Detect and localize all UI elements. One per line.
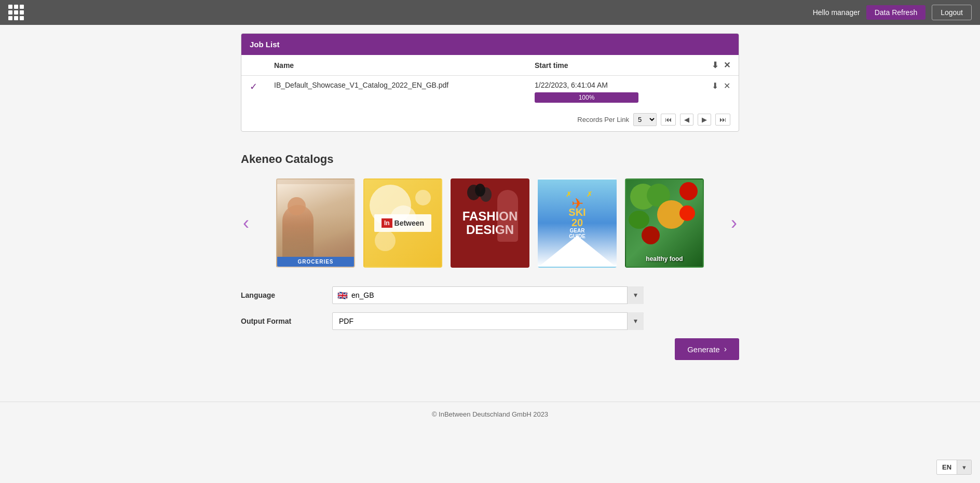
catalog-cards: GROCERIES In Between: [257, 178, 723, 268]
start-time-value: 1/22/2023, 6:41:04 AM: [535, 81, 682, 89]
catalog-card-healthy[interactable]: healthy food: [625, 178, 704, 268]
groceries-label: GROCERIES: [277, 257, 354, 267]
col-header-check: [241, 55, 266, 76]
job-table: Name Start time ⬇ ✕ ✓ IB_Default_Showc: [241, 55, 739, 108]
navbar-right: Hello manager Data Refresh Logout: [813, 5, 972, 20]
grid-icon[interactable]: [8, 5, 24, 20]
carousel-prev-button[interactable]: ‹: [241, 212, 251, 234]
row-filename: IB_Default_Showcase_V1_Catalog_2022_EN_G…: [266, 76, 526, 108]
records-per-page-select[interactable]: 5 10 20: [633, 113, 657, 126]
catalogs-title: Akeneo Catalogs: [241, 153, 739, 166]
catalog-carousel: ‹ GROCERIES: [241, 178, 739, 268]
output-format-row: Output Format PDF XLSX CSV ▼: [241, 312, 739, 330]
catalog-card-groceries[interactable]: GROCERIES: [276, 178, 355, 268]
pagination-first-button[interactable]: ⏮: [661, 114, 676, 126]
row-actions: ⬇ ✕: [690, 76, 739, 108]
catalog-card-fashion[interactable]: FASHIONDESIGN: [451, 178, 529, 268]
language-row: Language 🇬🇧 en_GB de_DE fr_FR es_ES ▼: [241, 286, 739, 304]
lang-selector-arrow[interactable]: ▼: [957, 460, 971, 474]
pagination-last-button[interactable]: ⏭: [715, 114, 730, 126]
catalog-card-inbetween[interactable]: In Between: [363, 178, 442, 268]
col-header-name: Name: [266, 55, 526, 76]
main-content: Job List Name Start time ⬇ ✕: [0, 25, 980, 402]
carousel-next-button[interactable]: ›: [729, 212, 739, 234]
healthy-label: healthy food: [646, 255, 683, 263]
footer-text: © InBetween Deutschland GmbH 2023: [432, 410, 548, 418]
row-start-time: 1/22/2023, 6:41:04 AM 100%: [526, 76, 690, 108]
row-delete-icon[interactable]: ✕: [724, 81, 730, 91]
navbar: Hello manager Data Refresh Logout: [0, 0, 980, 25]
output-format-select[interactable]: PDF XLSX CSV: [332, 312, 644, 330]
logout-button[interactable]: Logout: [932, 5, 972, 20]
generate-row: Generate ›: [241, 338, 739, 360]
job-list-title: Job List: [241, 34, 739, 55]
ski-sub-label: GEARGUIDE: [569, 228, 586, 239]
row-download-icon[interactable]: ⬇: [712, 81, 718, 91]
col-header-start-time: Start time: [526, 55, 690, 76]
generate-label: Generate: [687, 345, 720, 354]
language-flag: 🇬🇧: [337, 291, 348, 300]
language-select[interactable]: en_GB de_DE fr_FR es_ES: [332, 286, 644, 304]
progress-bar: 100%: [535, 92, 638, 103]
logo-text: Between: [394, 219, 425, 227]
row-check: ✓: [241, 76, 266, 108]
ski-label: SKI20: [568, 207, 586, 228]
catalogs-section: Akeneo Catalogs ‹ GROCERIES: [241, 153, 739, 330]
table-row: ✓ IB_Default_Showcase_V1_Catalog_2022_EN…: [241, 76, 739, 108]
check-icon: ✓: [250, 81, 257, 92]
language-select-wrapper: 🇬🇧 en_GB de_DE fr_FR es_ES ▼: [332, 286, 644, 304]
data-refresh-button[interactable]: Data Refresh: [866, 5, 925, 20]
col-header-actions: ⬇ ✕: [690, 55, 739, 76]
pagination-next-button[interactable]: ▶: [698, 114, 711, 126]
footer: © InBetween Deutschland GmbH 2023: [0, 402, 980, 426]
pagination-prev-button[interactable]: ◀: [680, 114, 693, 126]
download-all-icon[interactable]: ⬇: [712, 60, 718, 70]
navbar-greeting: Hello manager: [813, 8, 860, 17]
progress-bar-container: 100%: [535, 92, 682, 103]
job-list-panel: Job List Name Start time ⬇ ✕: [241, 33, 739, 132]
delete-all-icon[interactable]: ✕: [724, 60, 730, 70]
language-label: Language: [241, 291, 324, 299]
records-per-link-label: Records Per Link: [577, 116, 629, 123]
generate-chevron-icon: ›: [724, 344, 727, 354]
catalog-card-ski[interactable]: ✈ ✗ ✗ SKI20 GEARGUIDE: [538, 178, 617, 268]
navbar-left: [8, 5, 24, 20]
logo-red-text: In: [382, 218, 392, 228]
pagination-row: Records Per Link 5 10 20 ⏮ ◀ ▶ ⏭: [241, 108, 739, 131]
generate-button[interactable]: Generate ›: [675, 338, 739, 360]
output-format-label: Output Format: [241, 317, 324, 325]
lang-selector[interactable]: EN ▼: [936, 460, 972, 475]
inbetween-logo: In Between: [374, 214, 431, 232]
groceries-image: [277, 184, 354, 257]
output-format-select-wrapper: PDF XLSX CSV ▼: [332, 312, 644, 330]
lang-selector-text: EN: [937, 460, 957, 474]
